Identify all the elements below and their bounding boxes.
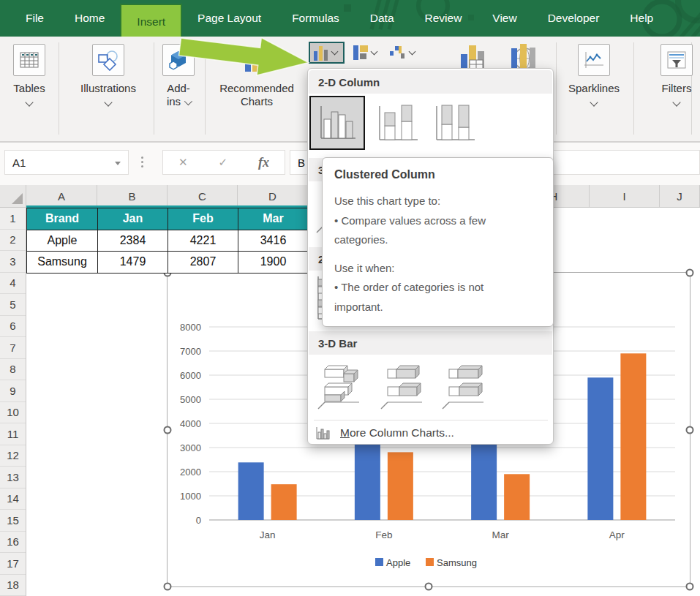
chart-resize-handle[interactable] [686, 583, 694, 591]
cell-c3[interactable]: 2807 [168, 252, 238, 274]
tab-review[interactable]: Review [410, 0, 478, 37]
bar-samsung-apr[interactable] [620, 353, 646, 520]
formula-bar-grip[interactable] [141, 156, 143, 167]
row-header-15[interactable]: 15 [0, 510, 26, 532]
recommended-charts-button[interactable]: ? Recommended Charts [210, 44, 304, 108]
tab-developer[interactable]: Developer [532, 0, 615, 37]
clustered-column-option[interactable] [309, 96, 365, 150]
cell-b3[interactable]: 1479 [98, 252, 168, 274]
cell-b2[interactable]: 2384 [98, 230, 168, 252]
legend-swatch-apple[interactable] [375, 558, 383, 566]
column-header-j[interactable]: J [660, 185, 700, 207]
insert-waterfall-chart-button[interactable] [386, 42, 420, 64]
chart-resize-handle[interactable] [164, 583, 172, 591]
y-axis-tick-label: 4000 [180, 418, 201, 429]
recommended-charts-icon: ? [241, 44, 273, 76]
row-header-6[interactable]: 6 [0, 316, 26, 338]
cell-a1[interactable]: Brand [27, 208, 98, 230]
row-header-10[interactable]: 10 [0, 402, 26, 424]
cell-a2[interactable]: Apple [27, 230, 98, 252]
row-header-16[interactable]: 16 [0, 532, 26, 554]
name-box-caret-icon[interactable] [115, 162, 121, 165]
cell-d2[interactable]: 3416 [238, 230, 309, 252]
tab-view[interactable]: View [477, 0, 532, 37]
row-header-18[interactable]: 18 [0, 575, 26, 596]
row-header-1[interactable]: 1 [0, 208, 26, 230]
chart-resize-handle[interactable] [686, 426, 694, 434]
filters-label: Filters [662, 82, 692, 95]
row-header-2[interactable]: 2 [0, 230, 26, 252]
tab-page-layout[interactable]: Page Layout [182, 0, 276, 37]
row-header-5[interactable]: 5 [0, 294, 26, 316]
bar-samsung-jan[interactable] [271, 484, 297, 520]
bar-samsung-mar[interactable] [504, 474, 530, 520]
tables-button[interactable]: Tables [4, 44, 54, 105]
legend-swatch-samsung[interactable] [426, 558, 434, 566]
column-header-b[interactable]: B [97, 185, 168, 207]
chart-resize-handle[interactable] [686, 269, 694, 277]
y-axis-tick-label: 8000 [180, 322, 201, 333]
insert-bar-chart-button[interactable] [350, 42, 383, 64]
name-box[interactable]: A1 [4, 150, 129, 175]
bar-samsung-feb[interactable] [388, 452, 413, 520]
ribbon-tab-bar: File Home Insert Page Layout Formulas Da… [0, 0, 700, 37]
row-header-12[interactable]: 12 [0, 445, 26, 467]
row-header-9[interactable]: 9 [0, 380, 26, 402]
cell-c1[interactable]: Feb [168, 208, 238, 230]
tab-data[interactable]: Data [355, 0, 410, 37]
legend-label-apple[interactable]: Apple [386, 557, 410, 568]
tab-formulas[interactable]: Formulas [276, 0, 355, 37]
row-header-14[interactable]: 14 [0, 489, 26, 510]
more-column-charts-item[interactable]: More Column Charts... [308, 423, 553, 443]
insert-function-icon[interactable]: fx [258, 155, 269, 170]
chevron-down-icon [409, 48, 416, 56]
column-header-i[interactable]: I [590, 185, 660, 207]
select-all-corner[interactable] [0, 185, 26, 207]
bar-apple-apr[interactable] [587, 377, 613, 520]
row-header-13[interactable]: 13 [0, 467, 26, 489]
tab-help[interactable]: Help [614, 0, 669, 37]
cell-c2[interactable]: 4221 [168, 230, 238, 252]
insert-column-chart-button[interactable] [309, 42, 345, 64]
legend-label-samsung[interactable]: Samsung [437, 557, 477, 568]
recommended-charts-label: Recommended Charts [219, 82, 294, 108]
row-header-8[interactable]: 8 [0, 359, 26, 381]
row-header-3[interactable]: 3 [0, 251, 26, 273]
tab-insert[interactable]: Insert [120, 4, 182, 37]
enter-icon[interactable]: ✓ [218, 156, 227, 169]
table-header-row: Brand Jan Feb Mar [27, 208, 309, 230]
stacked-100-column-option[interactable] [431, 102, 479, 147]
illustrations-button[interactable]: Illustrations [66, 44, 151, 105]
tooltip-title: Clustered Column [334, 168, 541, 181]
row-header-11[interactable]: 11 [0, 423, 26, 445]
cell-d3[interactable]: 1900 [238, 252, 309, 274]
bar-apple-mar[interactable] [471, 437, 497, 520]
row-header-7[interactable]: 7 [0, 337, 26, 359]
tab-file[interactable]: File [10, 0, 59, 37]
table-icon [13, 44, 45, 76]
3d-stacked-bar-option[interactable] [377, 359, 429, 415]
cell-a3[interactable]: Samsung [27, 252, 98, 274]
column-header-d[interactable]: D [238, 185, 308, 207]
chart-resize-handle[interactable] [164, 426, 172, 434]
sparklines-button[interactable]: Sparklines [565, 44, 623, 105]
chevron-down-icon [184, 97, 192, 105]
3d-clustered-bar-option[interactable] [314, 359, 366, 415]
row-header-17[interactable]: 17 [0, 553, 26, 575]
cell-b1[interactable]: Jan [98, 208, 168, 230]
3d-stacked-100-bar-option[interactable] [438, 359, 491, 415]
chart-resize-handle[interactable] [425, 583, 433, 591]
add-ins-button[interactable]: Add- ins [155, 44, 202, 108]
data-table: Brand Jan Feb Mar Apple 2384 4221 3416 S… [26, 208, 309, 274]
cancel-icon[interactable]: ✕ [178, 156, 188, 169]
column-header-c[interactable]: C [168, 185, 238, 207]
row-header-4[interactable]: 4 [0, 273, 26, 295]
stacked-column-option[interactable] [374, 102, 422, 147]
tab-home[interactable]: Home [59, 0, 120, 37]
column-chart-icon [314, 45, 328, 61]
filters-button[interactable]: Filters [656, 44, 697, 105]
bar-apple-jan[interactable] [238, 462, 264, 520]
cell-d1[interactable]: Mar [238, 208, 309, 230]
column-header-a[interactable]: A [26, 185, 97, 207]
chevron-down-icon [371, 48, 378, 56]
